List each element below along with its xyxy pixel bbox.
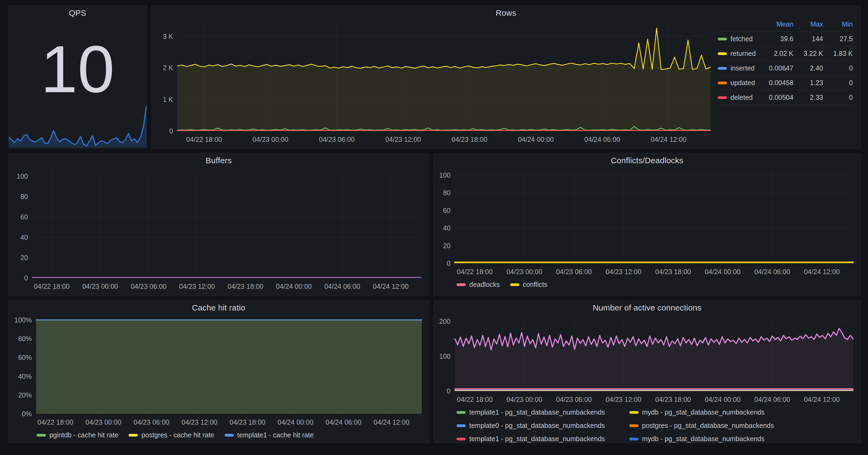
y-axis-label: 60% xyxy=(18,354,32,361)
legend-table-row: updated0.004581.230 xyxy=(718,76,853,90)
legend-label: postgres - pg_stat_database_numbackends xyxy=(642,422,774,429)
buffers-chart[interactable]: 02040608010004/22 18:0004/23 00:0004/23 … xyxy=(11,164,426,294)
legend-table-value: 144 xyxy=(794,32,823,46)
x-axis-label: 04/24 06:00 xyxy=(584,136,620,143)
y-axis-label: 100 xyxy=(439,353,451,360)
legend-table-sort-header[interactable]: Min xyxy=(823,20,853,32)
legend-label: template1 - pg_stat_database_numbackends xyxy=(469,409,605,416)
qps-stat-value: 10 xyxy=(8,36,147,102)
legend-table-value: 3.22 K xyxy=(794,46,823,61)
legend-item[interactable]: deadlocks xyxy=(457,281,500,289)
panel-title-connections[interactable]: Number of active connections xyxy=(434,303,860,313)
x-axis-label: 04/24 06:00 xyxy=(754,396,790,403)
x-axis-label: 04/24 12:00 xyxy=(373,418,409,426)
panel-title-qps[interactable]: QPS xyxy=(8,8,147,18)
legend-label: deleted xyxy=(731,94,753,101)
legend-table-value: 39.6 xyxy=(758,32,794,46)
legend-swatch xyxy=(718,38,727,40)
panel-title-buffers[interactable]: Buffers xyxy=(8,156,429,165)
cache-legend: pgintdb - cache hit ratepostgres - cache… xyxy=(37,431,314,439)
x-axis-label: 04/24 12:00 xyxy=(804,396,840,403)
legend-table-sort-header[interactable]: Max xyxy=(794,20,823,32)
panel-title-cache[interactable]: Cache hit ratio xyxy=(8,303,429,313)
y-axis-label: 40% xyxy=(18,372,32,380)
y-axis-label: 3 K xyxy=(163,33,173,40)
y-axis-label: 40 xyxy=(443,224,451,232)
legend-label: template1 - pg_stat_database_numbackends xyxy=(469,435,605,443)
x-axis-label: 04/23 18:00 xyxy=(655,268,691,275)
legend-item[interactable]: deleted xyxy=(718,94,758,101)
y-axis-label: 200 xyxy=(439,318,451,325)
series-line-returned xyxy=(177,28,710,69)
legend-table-value: 27.5 xyxy=(823,32,853,46)
connections-chart[interactable]: 010020004/22 18:0004/23 00:0004/23 06:00… xyxy=(436,311,859,404)
legend-label: mydb - pg_stat_database_numbackends xyxy=(642,409,765,416)
qps-sparkline[interactable] xyxy=(9,102,147,148)
legend-item[interactable]: mydb - pg_stat_database_numbackends xyxy=(629,409,774,416)
x-axis-label: 04/24 00:00 xyxy=(705,268,741,275)
legend-table-name-header xyxy=(718,20,758,32)
y-axis-label: 20 xyxy=(20,254,28,261)
y-axis-label: 60 xyxy=(20,213,28,221)
x-axis-label: 04/23 00:00 xyxy=(506,268,542,275)
legend-item[interactable]: template1 - pg_stat_database_numbackends xyxy=(457,435,626,443)
rows-legend-table: MeanMaxMinfetched39.614427.5returned2.02… xyxy=(718,20,853,105)
y-axis-label: 40 xyxy=(20,233,28,241)
x-axis-label: 04/23 18:00 xyxy=(655,396,691,403)
legend-item[interactable]: template1 - pg_stat_database_numbackends xyxy=(457,409,626,416)
panel-title-conflicts[interactable]: Conflicts/Deadlocks xyxy=(434,156,860,165)
legend-item[interactable]: postgres - cache hit rate xyxy=(129,431,214,439)
x-axis-label: 04/23 12:00 xyxy=(606,268,642,275)
legend-label: mydb - pg_stat_database_numbackends xyxy=(642,435,765,443)
legend-table-row: fetched39.614427.5 xyxy=(718,32,853,46)
legend-table-sort-header[interactable]: Mean xyxy=(758,20,794,32)
legend-swatch xyxy=(37,434,46,436)
legend-item[interactable]: fetched xyxy=(718,35,758,43)
legend-swatch xyxy=(129,434,138,436)
series-fill-returned xyxy=(177,28,710,131)
legend-item[interactable]: postgres - pg_stat_database_numbackends xyxy=(629,422,774,429)
legend-table-row: deleted0.005042.330 xyxy=(718,90,853,105)
legend-item[interactable]: template1 - cache hit rate xyxy=(225,431,314,439)
x-axis-label: 04/23 06:00 xyxy=(133,418,169,426)
legend-item[interactable]: returned xyxy=(718,50,758,58)
legend-table-row: inserted0.006472.400 xyxy=(718,61,853,76)
legend-item[interactable]: mydb - pg_stat_database_numbackends xyxy=(629,435,774,443)
x-axis-label: 04/22 18:00 xyxy=(37,418,73,426)
legend-label: fetched xyxy=(731,35,753,43)
legend-swatch xyxy=(718,82,727,84)
x-axis-label: 04/24 00:00 xyxy=(278,418,313,426)
series-fill-active backends xyxy=(455,328,853,391)
x-axis-label: 04/23 06:00 xyxy=(556,268,592,275)
legend-swatch xyxy=(457,283,466,286)
legend-item[interactable]: inserted xyxy=(718,64,758,72)
legend-table-value: 1.23 xyxy=(794,76,823,90)
x-axis-label: 04/23 06:00 xyxy=(556,396,592,403)
cache-chart[interactable]: 0%20%40%60%80%100%04/22 18:0004/23 00:00… xyxy=(11,311,426,428)
legend-item[interactable]: conflicts xyxy=(510,281,547,289)
legend-item[interactable]: pgintdb - cache hit rate xyxy=(37,431,118,439)
x-axis-label: 04/24 12:00 xyxy=(804,268,840,275)
legend-item[interactable]: updated xyxy=(718,79,758,87)
legend-swatch xyxy=(629,437,639,441)
conflicts-chart[interactable]: 02040608010004/22 18:0004/23 00:0004/23 … xyxy=(436,164,859,278)
panel-title-rows[interactable]: Rows xyxy=(152,8,860,18)
legend-item[interactable]: template0 - pg_stat_database_numbackends xyxy=(457,422,626,429)
legend-swatch xyxy=(457,424,466,427)
series-fill-qps xyxy=(9,105,147,148)
y-axis-label: 100 xyxy=(439,171,451,179)
legend-table-value: 2.33 xyxy=(794,90,823,105)
x-axis-label: 04/24 06:00 xyxy=(326,418,361,426)
x-axis-label: 04/24 06:00 xyxy=(324,283,360,290)
x-axis-label: 04/24 12:00 xyxy=(373,283,408,290)
legend-label: returned xyxy=(731,50,756,58)
x-axis-label: 04/23 06:00 xyxy=(131,283,166,290)
rows-chart[interactable]: 01 K2 K3 K04/22 18:0004/23 00:0004/23 06… xyxy=(154,17,713,147)
y-axis-label: 0 xyxy=(169,127,173,135)
series-line-qps xyxy=(9,105,147,146)
x-axis-label: 04/23 00:00 xyxy=(506,396,542,403)
legend-swatch xyxy=(457,437,466,441)
x-axis-label: 04/23 12:00 xyxy=(606,396,642,403)
y-axis-label: 80 xyxy=(20,193,28,200)
x-axis-label: 04/22 18:00 xyxy=(457,396,493,403)
